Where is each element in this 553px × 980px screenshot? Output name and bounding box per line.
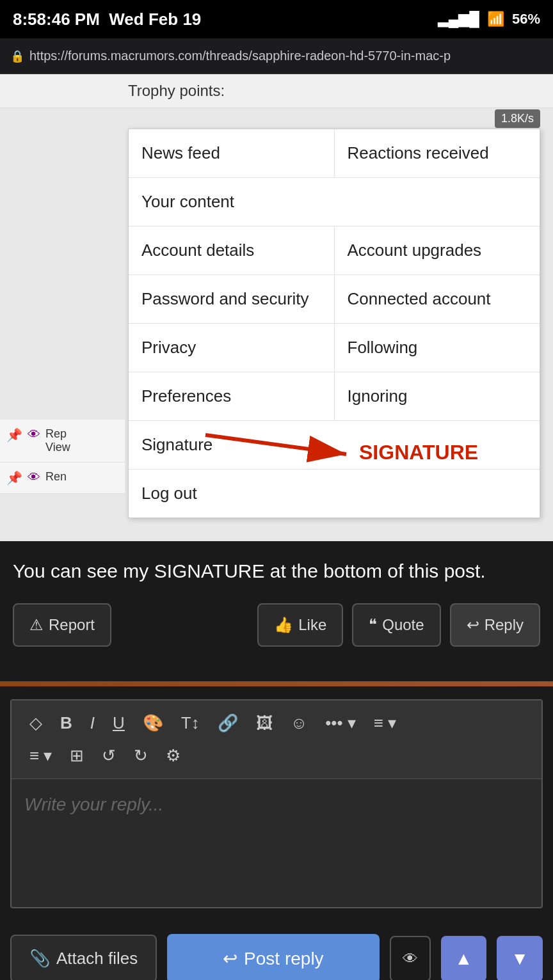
lock-icon: 🔒 (10, 49, 24, 63)
forum-bg: Trophy points: 1.8K/s 📌 👁 RepView 📌 👁 Re… (0, 74, 553, 541)
preview-button[interactable]: 👁 (390, 936, 431, 981)
menu-row-6: Preferences Ignoring (129, 372, 540, 421)
editor-wrapper: ◇ B I U 🎨 T↕ 🔗 🖼 ☺ ••• ▾ ≡ ▾ ≡ ▾ ⊞ ↺ ↻ ⚙ (0, 686, 553, 908)
menu-your-content[interactable]: Your content (129, 178, 540, 226)
rust-divider (0, 681, 553, 686)
forum-bg-items: 📌 👁 RepView 📌 👁 Ren (0, 420, 125, 494)
quote-label: Quote (382, 616, 424, 634)
menu-row-2: Your content (129, 178, 540, 226)
url-bar[interactable]: 🔒 https://forums.macrumors.com/threads/s… (0, 38, 553, 74)
toolbar-row-2: ≡ ▾ ⊞ ↺ ↻ ⚙ (22, 741, 531, 771)
post-reply-icon: ↩ (223, 948, 237, 969)
forum-bg-item-1: 📌 👁 RepView (0, 420, 125, 462)
attach-icon: 📎 (29, 949, 50, 968)
eye-icon-2: 👁 (28, 470, 40, 485)
trophy-row: Trophy points: (0, 74, 553, 108)
forum-screenshot: Trophy points: 1.8K/s 📌 👁 RepView 📌 👁 Re… (0, 74, 553, 541)
menu-row-5: Privacy Following (129, 324, 540, 372)
text-size-button[interactable]: T↕ (173, 708, 207, 738)
reply-icon: ↩ (467, 616, 479, 634)
pin-icon-2: 📌 (6, 470, 22, 486)
trophy-label: Trophy points: (128, 82, 225, 99)
bottom-actions: 📎 Attach files ↩ Post reply 👁 ▲ ▼ (0, 921, 553, 980)
menu-preferences[interactable]: Preferences (129, 372, 335, 420)
menu-connected-account[interactable]: Connected account (335, 275, 540, 323)
redo-button[interactable]: ↻ (126, 741, 156, 771)
speed-badge: 1.8K/s (495, 109, 540, 128)
quote-icon: ❝ (369, 616, 377, 634)
scroll-down-button[interactable]: ▼ (497, 936, 543, 981)
link-button[interactable]: 🔗 (210, 708, 246, 738)
btn-group-right: 👍 Like ❝ Quote ↩ Reply (257, 603, 540, 647)
signature-arrow-annotation: SIGNATURE (205, 416, 461, 467)
post-text: You can see my SIGNATURE at the bottom o… (13, 557, 540, 585)
reply-button[interactable]: ↩ Reply (450, 603, 540, 647)
forum-item-text-1: RepView (45, 427, 70, 454)
eraser-button[interactable]: ◇ (22, 708, 50, 738)
menu-account-details[interactable]: Account details (129, 226, 335, 274)
menu-ignoring[interactable]: Ignoring (335, 372, 540, 420)
post-area: You can see my SIGNATURE at the bottom o… (0, 541, 553, 662)
settings-button[interactable]: ⚙ (158, 741, 188, 771)
down-arrow-icon: ▼ (511, 949, 529, 968)
url-text: https://forums.macrumors.com/threads/sap… (29, 49, 451, 63)
menu-account-upgrades[interactable]: Account upgrades (335, 226, 540, 274)
report-icon: ⚠ (29, 616, 44, 634)
menu-row-1: News feed Reactions received (129, 129, 540, 178)
quote-button[interactable]: ❝ Quote (352, 603, 440, 647)
like-button[interactable]: 👍 Like (257, 603, 343, 647)
battery-indicator: 56% (512, 11, 540, 28)
forum-bg-item-2: 📌 👁 Ren (0, 462, 125, 494)
menu-row-4: Password and security Connected account (129, 275, 540, 324)
reply-editor[interactable]: ◇ B I U 🎨 T↕ 🔗 🖼 ☺ ••• ▾ ≡ ▾ ≡ ▾ ⊞ ↺ ↻ ⚙ (10, 699, 543, 908)
list-button[interactable]: ≡ ▾ (22, 741, 60, 771)
menu-password-security[interactable]: Password and security (129, 275, 335, 323)
editor-body[interactable]: Write your reply... (12, 779, 541, 907)
signal-icon: ▂▄▆█ (438, 11, 479, 28)
undo-button[interactable]: ↺ (94, 741, 124, 771)
svg-line-1 (205, 435, 346, 454)
attach-label: Attach files (56, 949, 138, 968)
menu-reactions-received[interactable]: Reactions received (335, 129, 540, 177)
like-icon: 👍 (274, 616, 293, 634)
bold-button[interactable]: B (52, 708, 80, 738)
svg-text:SIGNATURE: SIGNATURE (359, 441, 478, 464)
post-reply-label: Post reply (244, 949, 324, 969)
status-bar: 8:58:46 PM Wed Feb 19 ▂▄▆█ 📶 56% (0, 0, 553, 38)
dropdown-menu: News feed Reactions received Your conten… (128, 129, 540, 518)
action-buttons: ⚠ Report 👍 Like ❝ Quote ↩ Reply (13, 603, 540, 647)
status-time: 8:58:46 PM Wed Feb 19 (13, 10, 201, 29)
report-button[interactable]: ⚠ Report (13, 603, 111, 647)
align-button[interactable]: ≡ ▾ (366, 708, 404, 738)
menu-signature[interactable]: Signature SIGNATURE (129, 421, 540, 469)
menu-row-8: Log out (129, 470, 540, 518)
image-button[interactable]: 🖼 (248, 708, 280, 738)
eye-icon: 👁 (28, 427, 40, 442)
up-arrow-icon: ▲ (455, 949, 473, 968)
menu-row-3: Account details Account upgrades (129, 226, 540, 275)
color-button[interactable]: 🎨 (135, 708, 171, 738)
editor-toolbar: ◇ B I U 🎨 T↕ 🔗 🖼 ☺ ••• ▾ ≡ ▾ ≡ ▾ ⊞ ↺ ↻ ⚙ (12, 700, 541, 779)
like-label: Like (298, 616, 326, 634)
menu-privacy[interactable]: Privacy (129, 324, 335, 372)
preview-icon: 👁 (403, 950, 418, 967)
menu-row-7: Signature SIGNATURE (129, 421, 540, 470)
post-reply-button[interactable]: ↩ Post reply (167, 934, 379, 980)
emoji-button[interactable]: ☺ (283, 708, 316, 738)
menu-following[interactable]: Following (335, 324, 540, 372)
reply-label: Reply (485, 616, 524, 634)
scroll-up-button[interactable]: ▲ (441, 936, 487, 981)
attach-files-button[interactable]: 📎 Attach files (10, 935, 157, 980)
pin-icon: 📌 (6, 427, 22, 443)
underline-button[interactable]: U (105, 708, 132, 738)
report-label: Report (49, 616, 95, 634)
status-right: ▂▄▆█ 📶 56% (438, 11, 540, 28)
editor-placeholder: Write your reply... (24, 794, 529, 815)
table-button[interactable]: ⊞ (62, 741, 92, 771)
more-button[interactable]: ••• ▾ (317, 708, 364, 738)
menu-news-feed[interactable]: News feed (129, 129, 335, 177)
italic-button[interactable]: I (83, 708, 102, 738)
menu-logout[interactable]: Log out (129, 470, 540, 518)
toolbar-row-1: ◇ B I U 🎨 T↕ 🔗 🖼 ☺ ••• ▾ ≡ ▾ (22, 708, 531, 738)
wifi-icon: 📶 (487, 11, 504, 28)
